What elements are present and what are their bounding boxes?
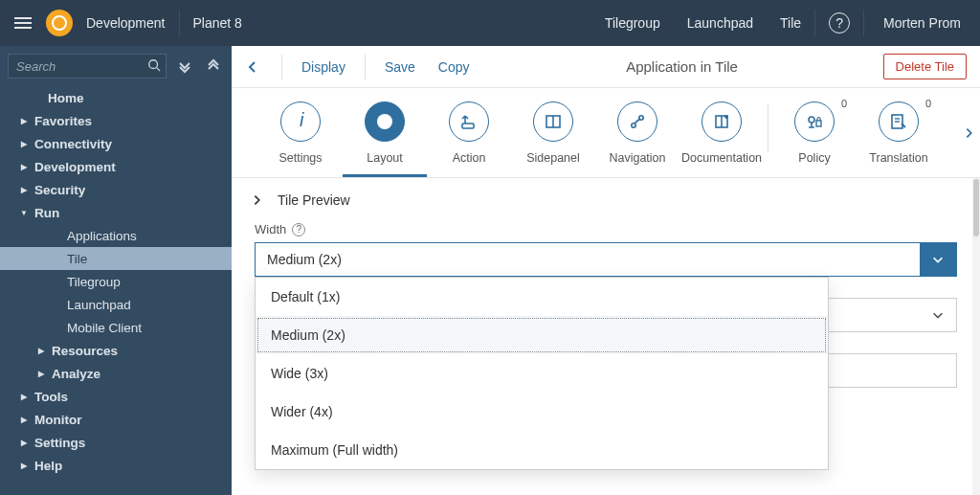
width-dropdown: Default (1x)Medium (2x)Wide (3x)Wider (4…	[255, 277, 829, 470]
tab-sidepanel[interactable]: Sidepanel	[511, 101, 595, 174]
user-name[interactable]: Morten Prom	[864, 15, 980, 31]
nav-tree: Home▶Favorites▶Connectivity▶Development▶…	[0, 86, 232, 495]
chevron-right-icon: ▶	[17, 439, 31, 447]
tab-label: Policy	[798, 151, 830, 165]
nav-item-label: Settings	[34, 436, 85, 450]
divider	[281, 55, 282, 79]
scrollbar[interactable]	[972, 178, 980, 495]
nav-item-label: Analyze	[52, 367, 100, 381]
nav-item-tile[interactable]: Tile	[0, 247, 232, 270]
tab-label: Navigation	[609, 151, 665, 165]
context-label[interactable]: Development	[73, 15, 179, 31]
badge: 0	[841, 98, 847, 109]
svg-point-0	[149, 60, 158, 69]
svg-line-1	[157, 68, 161, 72]
tab-action[interactable]: Action	[427, 101, 511, 174]
nav-item-label: Tile	[67, 252, 87, 266]
nav-item-launchpad[interactable]: Launchpad	[0, 293, 232, 316]
nav-item-home[interactable]: Home	[0, 86, 232, 109]
collapse-all-button[interactable]	[203, 56, 224, 77]
divider	[365, 55, 366, 79]
chevron-down-icon	[920, 243, 956, 276]
svg-point-4	[381, 119, 384, 122]
chevron-right-icon: ▶	[17, 163, 31, 171]
nav-item-tilegroup[interactable]: Tilegroup	[0, 270, 232, 293]
nav-item-label: Connectivity	[34, 137, 112, 151]
help-icon[interactable]: ?	[292, 223, 305, 236]
width-option[interactable]: Wider (4x)	[256, 393, 828, 431]
tab-navigation[interactable]: Navigation	[595, 101, 679, 174]
chevron-right-icon: ▶	[17, 140, 31, 148]
copy-action[interactable]: Copy	[427, 59, 481, 75]
save-action[interactable]: Save	[373, 59, 427, 75]
nav-item-label: Development	[34, 160, 116, 174]
svg-point-14	[724, 115, 728, 119]
width-option[interactable]: Medium (2x)	[256, 316, 828, 354]
section-tile-preview[interactable]: Tile Preview	[232, 178, 980, 222]
tab-bar: iSettingsLayoutActionSidepanelNavigation…	[232, 88, 980, 178]
nav-item-help[interactable]: ▶Help	[0, 454, 232, 477]
width-option[interactable]: Wide (3x)	[256, 354, 828, 393]
chevron-right-icon: ▶	[17, 416, 31, 424]
tab-translation[interactable]: 0Translation	[857, 101, 941, 174]
nav-item-security[interactable]: ▶Security	[0, 178, 232, 201]
nav-item-connectivity[interactable]: ▶Connectivity	[0, 132, 232, 155]
chevron-right-icon: ▶	[17, 461, 31, 470]
nav-item-label: Run	[34, 206, 59, 220]
top-link-launchpad[interactable]: Launchpad	[674, 15, 767, 31]
tab-documentation[interactable]: Documentation	[679, 101, 764, 174]
help-icon[interactable]: ?	[829, 12, 850, 34]
svg-rect-7	[462, 124, 474, 128]
nav-item-resources[interactable]: ▶Resources	[0, 339, 232, 362]
menu-button[interactable]	[0, 0, 46, 46]
nav-item-development[interactable]: ▶Development	[0, 155, 232, 178]
nav-item-applications[interactable]: Applications	[0, 224, 232, 247]
svg-point-15	[809, 117, 814, 123]
svg-text:i: i	[300, 110, 304, 130]
divider	[768, 104, 768, 152]
tab-label: Translation	[869, 151, 927, 165]
top-link-tilegroup[interactable]: Tilegroup	[591, 15, 674, 31]
nav-item-analyze[interactable]: ▶Analyze	[0, 362, 232, 385]
nav-item-label: Tilegroup	[67, 275, 121, 289]
chevron-right-icon: ▶	[17, 393, 31, 401]
page-title: Application in Tile	[481, 58, 883, 75]
toolbar: Display Save Copy Application in Tile De…	[232, 46, 980, 88]
top-link-tile[interactable]: Tile	[767, 15, 814, 31]
tab-policy[interactable]: 0Policy	[772, 101, 857, 174]
book-icon	[702, 101, 742, 142]
nav-item-settings[interactable]: ▶Settings	[0, 431, 232, 454]
tab-label: Sidepanel	[526, 151, 580, 165]
app-logo[interactable]	[46, 10, 73, 36]
main-area: Display Save Copy Application in Tile De…	[232, 46, 980, 495]
search-input[interactable]	[8, 54, 167, 79]
nav-item-mobile-client[interactable]: Mobile Client	[0, 316, 232, 339]
delete-button[interactable]: Delete Tile	[883, 54, 967, 79]
nav-item-label: Monitor	[34, 413, 82, 427]
svg-point-3	[377, 114, 392, 129]
tab-settings[interactable]: iSettings	[258, 101, 343, 174]
width-select[interactable]: Medium (2x) Default (1x)Medium (2x)Wide …	[255, 242, 957, 277]
tab-label: Action	[453, 151, 486, 165]
width-option[interactable]: Default (1x)	[256, 278, 828, 316]
svg-point-6	[387, 123, 390, 125]
chevron-down-icon	[920, 299, 956, 331]
display-action[interactable]: Display	[290, 59, 357, 75]
svg-rect-16	[816, 121, 821, 126]
width-option[interactable]: Maximum (Full width)	[256, 431, 828, 469]
width-label: Width	[255, 222, 286, 236]
tab-label: Layout	[367, 151, 403, 165]
app-name[interactable]: Planet 8	[180, 15, 256, 31]
nav-item-tools[interactable]: ▶Tools	[0, 385, 232, 408]
nav-item-monitor[interactable]: ▶Monitor	[0, 408, 232, 431]
tab-layout[interactable]: Layout	[343, 101, 427, 177]
tabs-scroll-right[interactable]	[963, 126, 976, 140]
back-button[interactable]	[245, 59, 274, 75]
search-icon	[147, 58, 161, 72]
nav-item-run[interactable]: ▼Run	[0, 201, 232, 224]
chevron-down-icon: ▼	[17, 209, 31, 217]
panel-icon	[533, 101, 573, 142]
expand-all-button[interactable]	[174, 56, 195, 77]
chevron-right-icon: ▶	[34, 347, 48, 355]
nav-item-favorites[interactable]: ▶Favorites	[0, 109, 232, 132]
